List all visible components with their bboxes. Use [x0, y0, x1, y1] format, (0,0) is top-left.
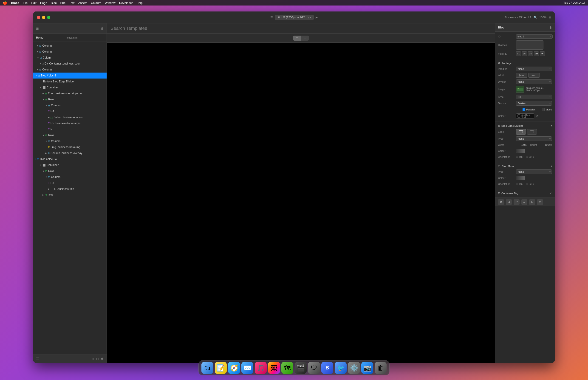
tree-item-button[interactable]: ▶ ⬚ Button .business-button — [33, 114, 107, 120]
dock-photos[interactable]: 🖼 — [268, 362, 280, 374]
divider-select[interactable]: None — [516, 79, 552, 84]
view-toggle-icon[interactable]: ⊞ — [549, 16, 551, 19]
tool-btn-1[interactable]: ⚙ — [498, 199, 504, 205]
viewport-selector[interactable]: 🖥 LG (1200px → 992px) ▾ — [275, 15, 314, 20]
tool-btn-4[interactable]: ☰ — [521, 199, 527, 205]
tree-item-row4[interactable]: ▼ ⊟ Row — [33, 168, 107, 174]
edge-type-select[interactable]: None — [516, 136, 552, 141]
list-view-button[interactable]: ☰ — [301, 36, 309, 41]
dock-tweetbot[interactable]: 🐦 — [335, 362, 347, 374]
add-bloc-icon[interactable]: ☰ — [36, 357, 39, 361]
search-templates-input[interactable] — [111, 26, 491, 31]
tree-item-col3[interactable]: ▼ ⊞ Column — [33, 55, 107, 61]
bloc-edge-divider-header[interactable]: ⊟ Bloc Edge Divider ▾ — [495, 123, 555, 128]
tool-btn-2[interactable]: ⊞ — [506, 199, 512, 205]
grid-view-button[interactable]: ⊞ — [293, 36, 301, 41]
colours-menu[interactable]: Colours — [91, 1, 101, 5]
vis-sm[interactable]: SM — [534, 51, 539, 56]
mask-orient-bot-opt[interactable]: Bot ↓ — [526, 183, 534, 185]
nav-chevron[interactable]: ⌄ — [102, 36, 104, 39]
orient-top-opt[interactable]: Top ↑ — [516, 156, 524, 158]
layers-icon[interactable]: ⊞ — [36, 27, 39, 30]
hamburger-icon[interactable]: ☰ — [270, 16, 273, 19]
panel-trash-icon[interactable]: 🗑 — [549, 26, 552, 29]
settings-header[interactable]: ⚙ Settings — [495, 61, 555, 66]
tree-item-container1[interactable]: ▼ ⬜ Container — [33, 84, 107, 91]
orient-bot-opt[interactable]: Bot ↓ — [526, 156, 534, 158]
app-menu[interactable]: Blocs — [11, 1, 19, 5]
container-tag-header[interactable]: ⊟ Container Tag ◁ — [495, 191, 555, 196]
vis-eye[interactable]: 👁 — [540, 51, 545, 56]
file-menu[interactable]: File — [23, 1, 28, 5]
padding-select[interactable]: None — [516, 67, 552, 71]
tool-btn-6[interactable]: □ — [537, 199, 543, 205]
tree-item-divcont[interactable]: ▶ □ Div Container .business-cour — [33, 61, 107, 67]
tree-item-h4[interactable]: T H4 — [33, 108, 107, 114]
bloc-menu[interactable]: Bloc — [51, 1, 57, 5]
width-left-btn[interactable]: |←— — [516, 73, 527, 78]
colour-clear-icon[interactable]: ✕ — [536, 114, 538, 117]
tree-item-container2[interactable]: ▼ ⬜ Container — [33, 162, 107, 168]
tree-item-row3[interactable]: ▼ ⊟ Row — [33, 132, 107, 138]
edge-bottom-btn[interactable] — [527, 129, 537, 134]
dock-proxyman[interactable]: 🛡 — [308, 362, 320, 374]
apple-menu[interactable]: 🍎 — [3, 1, 7, 5]
colour-picker[interactable]: #111111 - Black — [516, 114, 534, 118]
dock-mail[interactable]: ✉️ — [241, 362, 253, 374]
tree-item-row-hero[interactable]: ▶ ⊟ Row .business-hero-top-row — [33, 91, 107, 96]
minimize-button[interactable] — [42, 16, 45, 19]
dock-screensnap[interactable]: 📷 — [361, 362, 373, 374]
parallax-checkbox[interactable]: ✓ — [523, 108, 525, 111]
tool-btn-5[interactable]: ⊟ — [529, 199, 535, 205]
window-menu[interactable]: Window — [105, 1, 115, 5]
edge-divider-collapse[interactable]: ▾ — [551, 124, 552, 127]
delete-item-icon[interactable]: 🗑 — [101, 357, 104, 361]
play-button[interactable]: ▶ — [315, 16, 318, 19]
dock-finder[interactable]: 🗂 — [201, 362, 213, 374]
tool-btn-3[interactable]: ✂ — [514, 199, 520, 205]
dock-claquette[interactable]: 🎬 — [295, 362, 307, 374]
tree-item-row5[interactable]: ▶ ⊟ Row — [33, 192, 107, 198]
bloc-mask-header[interactable]: ⬚ Bloc Mask ▾ — [495, 164, 555, 169]
mask-colour-swatch[interactable] — [516, 176, 525, 180]
video-checkbox[interactable] — [542, 108, 545, 111]
edge-colour-swatch[interactable] — [516, 149, 525, 153]
vis-md[interactable]: MD — [528, 51, 533, 56]
image-thumbnail[interactable] — [516, 86, 524, 93]
add-row-icon[interactable]: ⊟ — [96, 357, 99, 361]
tree-item-col7[interactable]: ▼ ⊞ Column — [33, 174, 107, 180]
tree-item-col6[interactable]: ▼ ⊞ Column — [33, 138, 107, 144]
id-input[interactable] — [517, 35, 549, 38]
dock-notes[interactable]: 📝 — [215, 362, 227, 374]
delete-icon[interactable]: 🗑 — [101, 27, 104, 30]
maximize-button[interactable] — [47, 16, 50, 19]
text-menu[interactable]: Text — [69, 1, 75, 5]
dock-system-prefs[interactable]: ⚙️ — [348, 362, 360, 374]
texture-select[interactable]: Darken — [516, 101, 552, 106]
tree-item-row2[interactable]: ▼ ⊟ Row — [33, 96, 107, 102]
classes-input[interactable] — [516, 40, 543, 50]
dock-blocs[interactable]: B — [321, 362, 333, 374]
tree-item-p[interactable]: T P — [33, 126, 107, 132]
edge-top-btn[interactable] — [516, 129, 526, 134]
tree-item-col1[interactable]: ▶ ⊞ Column — [33, 43, 107, 49]
tree-item-col2[interactable]: ▶ ⊞ Column — [33, 49, 107, 55]
vis-xl[interactable]: XL — [516, 51, 521, 56]
mask-orient-top-opt[interactable]: Top ↑ — [516, 183, 524, 185]
tree-item-col4[interactable]: ▶ ⊞ Column — [33, 67, 107, 73]
assets-menu[interactable]: Assets — [78, 1, 87, 5]
close-button[interactable] — [37, 16, 40, 19]
help-menu[interactable]: Help — [137, 1, 143, 5]
dock-maps[interactable]: 🗺 — [281, 362, 293, 374]
dock-safari[interactable]: 🧭 — [228, 362, 240, 374]
tree-item-col-overlay[interactable]: ▶ ⊞ Column .business-overlay — [33, 150, 107, 156]
tree-item-col5[interactable]: ▼ ⊞ Column — [33, 102, 107, 108]
tree-item-h3[interactable]: T H3 — [33, 180, 107, 186]
dock-trash[interactable]: 🗑 — [375, 362, 387, 374]
width-right-btn[interactable]: —→| — [528, 73, 540, 78]
mask-collapse[interactable]: ▾ — [551, 165, 552, 167]
bric-menu[interactable]: Bric — [60, 1, 65, 5]
page-menu[interactable]: Page — [40, 1, 47, 5]
tree-item-h2thin[interactable]: ▶ T H2 .business-thin — [33, 186, 107, 192]
tree-item-bloc3[interactable]: ▼ ⊞ Bloc #bloc-3 — [33, 73, 107, 78]
